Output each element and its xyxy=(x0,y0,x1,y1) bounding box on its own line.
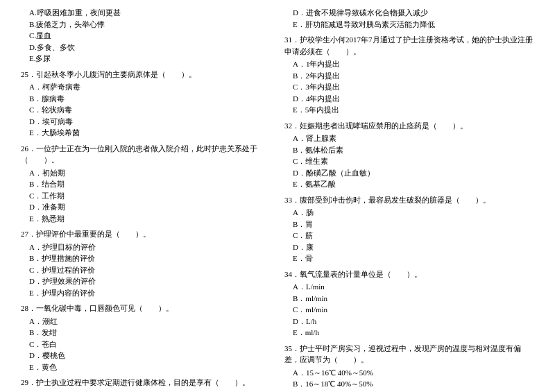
q35-option-a: A．15～16℃ 40%～50% xyxy=(284,367,534,379)
q35-option-c: C．18～20℃ 40%～50% xyxy=(284,390,534,393)
option-d-进食: D．进食不规律导致碳水化合物摄入减少 xyxy=(284,7,534,19)
q28-option-e: E．黄色 xyxy=(21,361,271,373)
q25-option-a: A．柯萨奇病毒 xyxy=(21,81,271,93)
q27-option-e: E．护理内容的评价 xyxy=(21,287,271,299)
pre-options-left: A.呼吸困难加重，夜间更甚 B.疲倦乏力，头举心悸 C.显血 D.多食、多饮 E… xyxy=(21,7,271,65)
question-33: 33．腹部受到冲击伤时，最容易发生破裂的脏器是（ ）。 A．肠 B．胃 C．筋 … xyxy=(284,194,534,264)
right-column: D．进食不规律导致碳水化合物摄入减少 E．肝功能减退导致对胰岛素灭活能力降低 3… xyxy=(284,7,534,392)
q33-option-e: E．骨 xyxy=(284,253,534,264)
q32-option-e: E．氨基乙酸 xyxy=(284,178,534,190)
question-28-text: 28．一氧化碳中毒，口唇颜色可见（ ）。 xyxy=(21,302,271,314)
question-29-text: 29．护士执业过程中要求定期进行健康体检，目的是享有（ ）。 xyxy=(21,377,271,389)
option-e-多尿: E.多尿 xyxy=(21,53,271,65)
q33-option-a: A．肠 xyxy=(284,207,534,219)
q27-option-d: D．护理效果的评价 xyxy=(21,275,271,287)
option-d-多食: D.多食、多饮 xyxy=(21,42,271,53)
q25-option-b: B．腺病毒 xyxy=(21,93,271,105)
q29-option-a: A．人身安全不受侵犯的权利 xyxy=(21,390,271,393)
q25-option-d: D．埃可病毒 xyxy=(21,116,271,128)
q31-option-c: C．3年内提出 xyxy=(284,81,534,93)
q34-option-e: E．ml/h xyxy=(284,327,534,339)
q26-option-b: B．结合期 xyxy=(21,178,271,190)
q34-option-b: B．ml/min xyxy=(284,293,534,305)
q34-option-a: A．L/min xyxy=(284,281,534,293)
left-column: A.呼吸困难加重，夜间更甚 B.疲倦乏力，头举心悸 C.显血 D.多食、多饮 E… xyxy=(21,7,271,392)
q31-option-b: B．2年内提出 xyxy=(284,70,534,82)
q26-option-d: D．准备期 xyxy=(21,201,271,213)
question-27-text: 27．护理评价中最重要的是（ ）。 xyxy=(21,228,271,240)
pre-options-right: D．进食不规律导致碳水化合物摄入减少 E．肝功能减退导致对胰岛素灭活能力降低 xyxy=(284,7,534,30)
q31-option-a: A．1年内提出 xyxy=(284,58,534,70)
question-25: 25．引起秋冬季小儿腹泻的主要病原体是（ ）。 A．柯萨奇病毒 B．腺病毒 C．… xyxy=(21,69,271,139)
q32-option-a: A．肾上腺素 xyxy=(284,133,534,144)
option-e-肝功能: E．肝功能减退导致对胰岛素灭活能力降低 xyxy=(284,19,534,31)
q28-option-a: A．潮红 xyxy=(21,316,271,327)
q28-option-b: B．发绀 xyxy=(21,327,271,339)
question-35-text: 35．护士平时产房实习，巡视过程中，发现产房的温度与相对温度有偏差，应调节为（ … xyxy=(284,343,534,366)
q26-option-e: E．熟悉期 xyxy=(21,213,271,225)
q31-option-e: E．5年内提出 xyxy=(284,104,534,116)
q27-option-b: B．护理措施的评价 xyxy=(21,253,271,264)
question-25-text: 25．引起秋冬季小儿腹泻的主要病原体是（ ）。 xyxy=(21,69,271,80)
q32-option-b: B．氨体松后素 xyxy=(284,144,534,156)
q32-option-c: C．维生素 xyxy=(284,155,534,167)
question-27: 27．护理评价中最重要的是（ ）。 A．护理目标的评价 B．护理措施的评价 C．… xyxy=(21,228,271,298)
question-31-text: 31．护校学生小何2017年7月通过了护士注册资格考试，她的护士执业注册申请必须… xyxy=(284,34,534,57)
q33-option-d: D．康 xyxy=(284,241,534,253)
q33-option-c: C．筋 xyxy=(284,230,534,241)
question-32: 32．妊娠期患者出现哮喘应禁用的止痉药是（ ）。 A．肾上腺素 B．氨体松后素 … xyxy=(284,120,534,190)
question-29: 29．护士执业过程中要求定期进行健康体检，目的是享有（ ）。 A．人身安全不受侵… xyxy=(21,377,271,392)
question-31: 31．护校学生小何2017年7月通过了护士注册资格考试，她的护士执业注册申请必须… xyxy=(284,34,534,116)
q25-option-e: E．大肠埃希菌 xyxy=(21,127,271,139)
question-33-text: 33．腹部受到冲击伤时，最容易发生破裂的脏器是（ ）。 xyxy=(284,194,534,206)
q27-option-a: A．护理目标的评价 xyxy=(21,241,271,253)
option-a-呼吸: A.呼吸困难加重，夜间更甚 xyxy=(21,7,271,19)
q31-option-d: D．4年内提出 xyxy=(284,93,534,105)
question-26: 26．一位护士正在为一位刚入院的患者做入院介绍，此时护患关系处于（ ）。 A．初… xyxy=(21,143,271,225)
question-35: 35．护士平时产房实习，巡视过程中，发现产房的温度与相对温度有偏差，应调节为（ … xyxy=(284,343,534,393)
question-32-text: 32．妊娠期患者出现哮喘应禁用的止痉药是（ ）。 xyxy=(284,120,534,132)
q35-option-b: B．16～18℃ 40%～50% xyxy=(284,378,534,390)
question-34-text: 34．氧气流量表的计量单位是（ ）。 xyxy=(284,269,534,280)
question-34: 34．氧气流量表的计量单位是（ ）。 A．L/min B．ml/min C．ml… xyxy=(284,269,534,339)
q26-option-a: A．初始期 xyxy=(21,167,271,179)
q28-option-d: D．樱桃色 xyxy=(21,350,271,361)
option-c-显血: C.显血 xyxy=(21,30,271,42)
option-b-疲倦: B.疲倦乏力，头举心悸 xyxy=(21,19,271,31)
q32-option-d: D．酚磺乙酸（止血敏） xyxy=(284,167,534,179)
q34-option-d: D．L/h xyxy=(284,316,534,327)
q28-option-c: C．苍白 xyxy=(21,339,271,350)
question-28: 28．一氧化碳中毒，口唇颜色可见（ ）。 A．潮红 B．发绀 C．苍白 D．樱桃… xyxy=(21,302,271,373)
q34-option-c: C．ml/min xyxy=(284,304,534,316)
q27-option-c: C．护理过程的评价 xyxy=(21,264,271,276)
page-container: A.呼吸困难加重，夜间更甚 B.疲倦乏力，头举心悸 C.显血 D.多食、多饮 E… xyxy=(21,7,534,392)
q26-option-c: C．工作期 xyxy=(21,190,271,202)
q25-option-c: C．轮状病毒 xyxy=(21,104,271,116)
two-column-layout: A.呼吸困难加重，夜间更甚 B.疲倦乏力，头举心悸 C.显血 D.多食、多饮 E… xyxy=(21,7,534,392)
q33-option-b: B．胃 xyxy=(284,219,534,230)
question-26-text: 26．一位护士正在为一位刚入院的患者做入院介绍，此时护患关系处于（ ）。 xyxy=(21,143,271,166)
